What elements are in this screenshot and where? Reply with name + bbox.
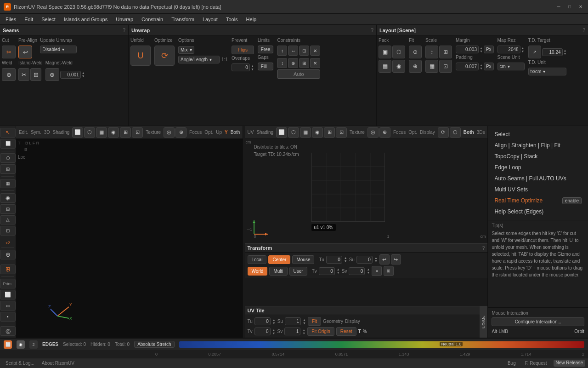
- lat-tool[interactable]: ⊟: [0, 204, 16, 214]
- uv-shading-icon4[interactable]: ◉: [312, 127, 323, 138]
- constraint-icon2[interactable]: ↔: [288, 46, 298, 56]
- uv-shading-icon3[interactable]: ▦: [300, 127, 311, 138]
- sphere-tool[interactable]: ◉: [0, 193, 16, 203]
- auto-seams-item[interactable]: Auto Seams | Full AUTO UVs: [492, 173, 584, 184]
- overlaps-down-arrow[interactable]: ▼: [251, 68, 254, 71]
- multi-btn[interactable]: Multi: [269, 267, 287, 276]
- td-target-icon[interactable]: ↗: [528, 46, 541, 58]
- constraint-icon4[interactable]: ✕: [310, 46, 320, 56]
- multi-uv-item[interactable]: Multi UV Sets: [492, 184, 584, 195]
- constraint-icon1[interactable]: ↕: [277, 46, 287, 56]
- minimize-button[interactable]: ─: [555, 3, 562, 11]
- uv-focus-icon1[interactable]: ◎: [368, 127, 379, 138]
- padding-down[interactable]: ▼: [480, 67, 483, 70]
- margin-unit[interactable]: Px: [484, 46, 494, 53]
- edge-loop-item[interactable]: Edge Loop: [492, 162, 584, 173]
- margin-down[interactable]: ▼: [480, 50, 483, 53]
- overlaps-up-arrow[interactable]: ▲: [251, 64, 254, 68]
- su-up[interactable]: ▲: [374, 256, 378, 259]
- sort-icon[interactable]: ≡: [372, 266, 382, 276]
- uv-focus-icon2[interactable]: ⊕: [379, 127, 390, 138]
- constraint-icon6[interactable]: ⊕: [288, 58, 298, 68]
- feature-btn[interactable]: F. Request: [522, 360, 550, 367]
- uvtile-sv-up[interactable]: ▲: [302, 328, 305, 332]
- menu-layout[interactable]: Layout: [199, 16, 221, 23]
- select-tool[interactable]: ↖: [0, 128, 16, 138]
- cut-button[interactable]: ✂: [2, 46, 16, 58]
- constraint-icon5[interactable]: ↕: [277, 58, 287, 68]
- td-unit-dropdown[interactable]: tx/cm▾: [528, 68, 567, 75]
- unwrap-help[interactable]: ?: [371, 28, 373, 33]
- margin-value-input[interactable]: [456, 46, 479, 53]
- uv-shading-icon1[interactable]: ⬜: [276, 127, 287, 138]
- rect-tool2[interactable]: ▭: [0, 301, 16, 310]
- sv-down[interactable]: ▼: [367, 271, 370, 274]
- status-method[interactable]: Absolute Stretch: [134, 341, 174, 348]
- uvtile-tu-down[interactable]: ▼: [272, 322, 276, 325]
- weld-value-input[interactable]: [60, 71, 81, 79]
- user-btn[interactable]: User: [289, 267, 307, 276]
- topocopy-item[interactable]: TopoCopy | Stack: [492, 151, 584, 162]
- pre-align-button[interactable]: ↩: [18, 46, 32, 58]
- tri-tool[interactable]: △: [0, 215, 16, 225]
- tv-up[interactable]: ▲: [337, 268, 340, 271]
- maximize-button[interactable]: □: [566, 3, 573, 11]
- uvtile-fit-btn[interactable]: Fit: [308, 317, 321, 326]
- rect-tool[interactable]: ⊡: [0, 226, 16, 236]
- square-tool[interactable]: ⬜: [0, 290, 16, 299]
- center-btn[interactable]: Center: [268, 255, 290, 264]
- focus-icon-3d[interactable]: ◎: [164, 127, 175, 138]
- shading-wire-icon[interactable]: ⬡: [84, 127, 95, 138]
- globe-tool[interactable]: ◎: [0, 326, 16, 336]
- uvtile-reset-btn[interactable]: Reset: [336, 327, 356, 336]
- menu-transform[interactable]: Transform: [168, 16, 198, 23]
- uvtile-su-up[interactable]: ▲: [303, 318, 306, 322]
- scene-unit-dropdown[interactable]: cm▾: [498, 63, 525, 70]
- su-input[interactable]: [356, 256, 373, 264]
- about-btn[interactable]: About RizomUV: [39, 360, 77, 367]
- pack-icon2[interactable]: ⬡: [392, 46, 405, 58]
- sv-input[interactable]: [349, 267, 365, 275]
- menu-edit[interactable]: Edit: [21, 16, 37, 23]
- td-up[interactable]: ▲: [564, 49, 567, 52]
- uvtile-tu-input[interactable]: [254, 317, 271, 325]
- margin-up[interactable]: ▲: [480, 46, 483, 50]
- grid-tool[interactable]: ▦: [0, 179, 16, 189]
- focus-icon2-3d[interactable]: ⊕: [175, 127, 187, 138]
- uv-shading-icon2[interactable]: ⬡: [288, 127, 299, 138]
- uvtile-tv-input[interactable]: [254, 328, 271, 335]
- sv-up[interactable]: ▲: [367, 268, 370, 271]
- maprez-up[interactable]: ▲: [521, 46, 525, 50]
- udims-tab[interactable]: UDIMs: [480, 306, 487, 338]
- padding-value-input[interactable]: [456, 63, 479, 70]
- auto-button[interactable]: Auto: [277, 69, 320, 79]
- tu-input[interactable]: [326, 256, 342, 264]
- disabled-dropdown[interactable]: Disabled ▾: [40, 46, 77, 53]
- shading-solid-icon[interactable]: ⬜: [72, 127, 83, 138]
- brush-tool[interactable]: ⊞: [0, 164, 16, 174]
- lasso-tool[interactable]: ⬡: [0, 153, 16, 163]
- uv-shading-icon6[interactable]: ⊡: [336, 127, 347, 138]
- island-weld-button1[interactable]: ✂: [18, 68, 29, 81]
- pack-icon4[interactable]: ◉: [392, 60, 405, 73]
- island-weld-button2[interactable]: ⊞: [30, 68, 41, 81]
- box-select-tool[interactable]: ⬜: [0, 139, 16, 149]
- scale-icon2[interactable]: ⊞: [439, 46, 452, 58]
- angle-length-dropdown[interactable]: Angle/Length▾: [178, 56, 220, 63]
- uvtile-sv-down[interactable]: ▼: [302, 332, 305, 335]
- free-button[interactable]: Free: [258, 46, 274, 53]
- uv-opt-icon1[interactable]: ⟳: [438, 127, 449, 138]
- box-tool[interactable]: ▪: [0, 312, 16, 322]
- shading-texture-icon[interactable]: ▦: [96, 127, 107, 138]
- uvtile-sv-input[interactable]: [284, 328, 300, 335]
- shading-stretch-icon[interactable]: ⊡: [132, 127, 143, 138]
- configure-btn[interactable]: Configure Interaction...: [492, 317, 584, 326]
- shield-tool[interactable]: ⛨: [0, 264, 16, 274]
- pack-icon3[interactable]: ▦: [379, 60, 391, 73]
- layout-help[interactable]: ?: [582, 28, 585, 33]
- tu-up[interactable]: ▲: [344, 256, 347, 259]
- select-item[interactable]: Select: [492, 129, 584, 140]
- optimize-button[interactable]: ⟳: [154, 46, 175, 66]
- gfi-icon[interactable]: ⊞: [384, 266, 394, 276]
- scale-icon1[interactable]: ↕: [425, 46, 438, 58]
